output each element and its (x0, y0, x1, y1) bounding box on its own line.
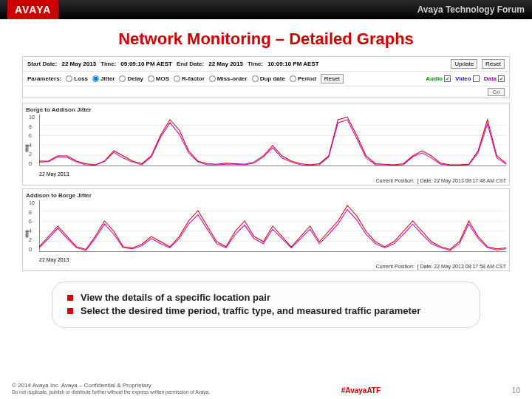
ytick: 8 (29, 210, 35, 215)
bullet-icon (67, 295, 73, 301)
ytick: 6 (29, 133, 35, 138)
ytick: 4 (29, 228, 35, 233)
chart-2-date: Date: 22 May 2013 08:17:58 AM CST (420, 264, 506, 269)
chart-2-yaxis: 10 8 6 4 2 0 (29, 200, 35, 252)
video-label: Video (455, 75, 471, 82)
hashtag: #AvayaATF (341, 386, 381, 395)
chart-1-yaxis: 10 8 6 4 2 0 (29, 115, 35, 166)
param-mos-label: MOS (156, 75, 169, 82)
chart-1-plot (39, 115, 506, 166)
data-checkbox[interactable]: ✓ (498, 75, 505, 82)
chart-2-xdate: 22 May 2013 (39, 257, 69, 262)
ytick: 2 (29, 151, 35, 157)
param-delay-label: Delay (127, 75, 143, 82)
param-loss[interactable]: Loss (66, 75, 88, 82)
param-jitter-label: Jitter (100, 75, 115, 82)
chart-1-current-label: Current Position: (376, 178, 415, 183)
copyright: © 2014 Avaya Inc. Avaya – Confidential &… (12, 383, 210, 389)
avaya-logo: AVAYA (7, 0, 58, 19)
page-number: 10 (512, 386, 520, 395)
bullet-box: View the details of a specific location … (52, 282, 480, 328)
param-period-label: Period (298, 75, 316, 82)
ytick: 4 (29, 143, 35, 148)
param-period[interactable]: Period (290, 75, 316, 82)
start-date-label: Start Date: (27, 61, 57, 67)
start-time-value[interactable]: 09:09:10 PM AEST (120, 61, 172, 67)
ytick: 6 (29, 219, 35, 224)
param-delay[interactable]: Delay (119, 75, 143, 82)
ytick: 0 (29, 161, 35, 166)
ytick: 0 (29, 247, 35, 252)
video-checkbox[interactable] (473, 75, 480, 82)
param-rfactor-label: R-factor (182, 75, 205, 82)
audio-label: Audio (426, 75, 443, 82)
reset-button[interactable]: Reset (482, 59, 505, 69)
param-missorder[interactable]: Miss-order (209, 75, 248, 82)
end-time-label: Time: (248, 61, 263, 67)
end-time-value[interactable]: 10:09:10 PM AEST (267, 61, 319, 67)
bullet-2: Select the desired time period, traffic … (81, 305, 420, 316)
chart-2-current-label: Current Position: (376, 264, 415, 269)
chart-1: Borge to Addison Jitter ms 10 8 6 4 2 0 … (22, 103, 510, 185)
end-date-label: End Date: (177, 61, 204, 67)
chart-1-date: Date: 22 May 2013 08:17:48 AM CST (420, 178, 506, 183)
chart-2: Addison to Borge Jitter ms 10 8 6 4 2 0 … (22, 188, 510, 271)
page-title: Network Monitoring – Detailed Graphs (0, 30, 532, 49)
param-jitter[interactable]: Jitter (92, 75, 115, 82)
ytick: 8 (29, 124, 35, 129)
ytick: 10 (29, 200, 35, 205)
ytick: 2 (29, 237, 35, 242)
start-time-label: Time: (100, 61, 116, 67)
param-mos[interactable]: MOS (148, 75, 169, 82)
gn-button[interactable]: Gn (488, 88, 505, 96)
param-rfactor[interactable]: R-factor (174, 75, 205, 82)
end-date-value[interactable]: 22 May 2013 (208, 61, 243, 67)
param-loss-label: Loss (74, 75, 88, 82)
parameters-label: Parameters: (27, 75, 61, 82)
copyright-sub: Do not duplicate, publish or distribute … (12, 389, 210, 395)
param-dupdate[interactable]: Dup date (252, 75, 285, 82)
data-label: Data (484, 75, 497, 82)
audio-checkbox[interactable]: ✓ (444, 75, 451, 82)
chart-1-title: Borge to Addison Jitter (26, 105, 506, 115)
param-reset-button[interactable]: Reset (321, 74, 344, 83)
bullet-icon (67, 308, 73, 314)
chart-2-plot (39, 200, 506, 252)
ytick: 10 (29, 115, 35, 120)
param-missorder-label: Miss-order (217, 75, 248, 82)
controls-panel: Start Date: 22 May 2013 Time: 09:09:10 P… (22, 56, 510, 98)
param-dupdate-label: Dup date (260, 75, 285, 82)
update-button[interactable]: Update (451, 59, 477, 69)
chart-2-title: Addison to Borge Jitter (26, 191, 506, 200)
bullet-1: View the details of a specific location … (81, 292, 270, 303)
start-date-value[interactable]: 22 May 2013 (61, 61, 96, 67)
forum-title: Avaya Technology Forum (417, 4, 525, 15)
chart-1-xdate: 22 May 2013 (39, 171, 69, 177)
